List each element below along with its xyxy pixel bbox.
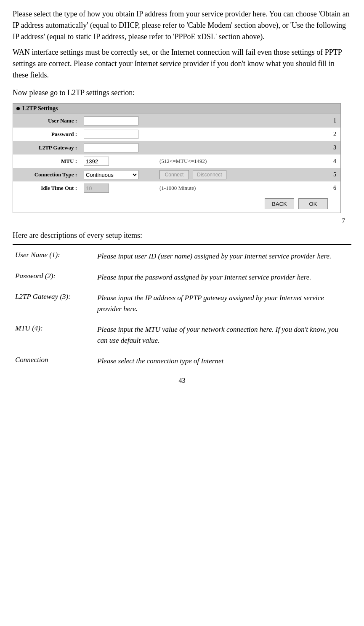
intro-para1: Please select the type of how you obtain…	[13, 8, 351, 43]
password-note	[156, 128, 328, 141]
descriptions-intro: Here are descriptions of every setup ite…	[13, 231, 351, 240]
desc-term-connection: Connection	[13, 352, 95, 370]
connection-type-input-cell: Continuous Connect on Demand Manual	[80, 168, 156, 181]
form-button-row: BACK OK	[13, 195, 340, 213]
intro-section: Please select the type of how you obtain…	[13, 8, 351, 81]
page-number: 43	[13, 377, 351, 384]
table-row: L2TP Gateway : 3	[13, 141, 340, 155]
divider	[13, 244, 351, 245]
l2tp-gateway-input[interactable]	[84, 143, 138, 152]
intro-para2: WAN interface settings must be correctly…	[13, 47, 351, 81]
desc-row-spacer3	[13, 317, 351, 321]
idle-timeout-input-cell	[80, 181, 156, 195]
l2tp-gateway-label: L2TP Gateway :	[13, 141, 80, 155]
row-num-1: 1	[328, 114, 340, 128]
connect-button[interactable]: Connect	[159, 170, 189, 179]
table-row: Idle Time Out : (1-1000 Minute) 6	[13, 181, 340, 195]
row-num-5: 5	[328, 168, 340, 181]
l2tp-gateway-input-cell	[80, 141, 156, 155]
l2tp-gateway-note	[156, 141, 328, 155]
desc-row-spacer	[13, 265, 351, 269]
header-dot	[16, 107, 20, 110]
l2tp-header: L2TP Settings	[13, 104, 340, 114]
desc-def-password: Please input the password assigned by yo…	[95, 269, 351, 286]
settings-table: User Name : 1 Password : 2 L2TP Gateway …	[13, 114, 340, 195]
username-input-cell	[80, 114, 156, 128]
desc-row-mtu: MTU (4): Please input the MTU value of y…	[13, 321, 351, 349]
descriptions-table: User Name (1): Please input user ID (use…	[13, 248, 351, 370]
desc-def-username: Please input user ID (user name) assigne…	[95, 248, 351, 265]
password-label: Password :	[13, 128, 80, 141]
connection-type-select[interactable]: Continuous Connect on Demand Manual	[84, 170, 138, 179]
username-note	[156, 114, 328, 128]
desc-term-username: User Name (1):	[13, 248, 95, 265]
desc-def-connection: Please select the connection type of Int…	[95, 352, 351, 370]
table-row: Connection Type : Continuous Connect on …	[13, 168, 340, 181]
idle-timeout-input[interactable]	[84, 184, 109, 193]
desc-row-connection: Connection Please select the connection …	[13, 352, 351, 370]
desc-term-password: Password (2):	[13, 269, 95, 286]
desc-row-username: User Name (1): Please input user ID (use…	[13, 248, 351, 265]
back-button[interactable]: BACK	[265, 198, 294, 209]
password-input-cell	[80, 128, 156, 141]
mtu-input-cell	[80, 155, 156, 168]
idle-timeout-label: Idle Time Out :	[13, 181, 80, 195]
desc-def-l2tp-gateway: Please input the IP address of PPTP gate…	[95, 289, 351, 317]
desc-row-spacer2	[13, 286, 351, 289]
figure-number: 7	[13, 217, 345, 224]
desc-term-l2tp-gateway: L2TP Gateway (3):	[13, 289, 95, 317]
disconnect-button[interactable]: Disconnect	[193, 170, 226, 179]
desc-term-mtu: MTU (4):	[13, 321, 95, 349]
desc-row-spacer4	[13, 349, 351, 352]
username-label: User Name :	[13, 114, 80, 128]
connection-type-buttons: Connect Disconnect	[156, 168, 328, 181]
connection-type-label: Connection Type :	[13, 168, 80, 181]
table-row: Password : 2	[13, 128, 340, 141]
row-num-6: 6	[328, 181, 340, 195]
password-input[interactable]	[84, 130, 138, 139]
mtu-label: MTU :	[13, 155, 80, 168]
username-input[interactable]	[84, 116, 138, 125]
table-row: MTU : (512<=MTU<=1492) 4	[13, 155, 340, 168]
descriptions-section: Here are descriptions of every setup ite…	[13, 231, 351, 370]
desc-row-password: Password (2): Please input the password …	[13, 269, 351, 286]
l2tp-header-label: L2TP Settings	[22, 105, 58, 112]
mtu-note: (512<=MTU<=1492)	[156, 155, 328, 168]
desc-row-l2tp-gateway: L2TP Gateway (3): Please input the IP ad…	[13, 289, 351, 317]
idle-timeout-note: (1-1000 Minute)	[156, 181, 328, 195]
row-num-3: 3	[328, 141, 340, 155]
table-row: User Name : 1	[13, 114, 340, 128]
row-num-2: 2	[328, 128, 340, 141]
section-title: Now please go to L2TP settings section:	[13, 88, 351, 97]
desc-def-mtu: Please input the MTU value of your netwo…	[95, 321, 351, 349]
row-num-4: 4	[328, 155, 340, 168]
mtu-input[interactable]	[84, 157, 109, 166]
ok-button[interactable]: OK	[298, 198, 328, 209]
l2tp-settings-box: L2TP Settings User Name : 1 Password : 2…	[13, 103, 341, 213]
